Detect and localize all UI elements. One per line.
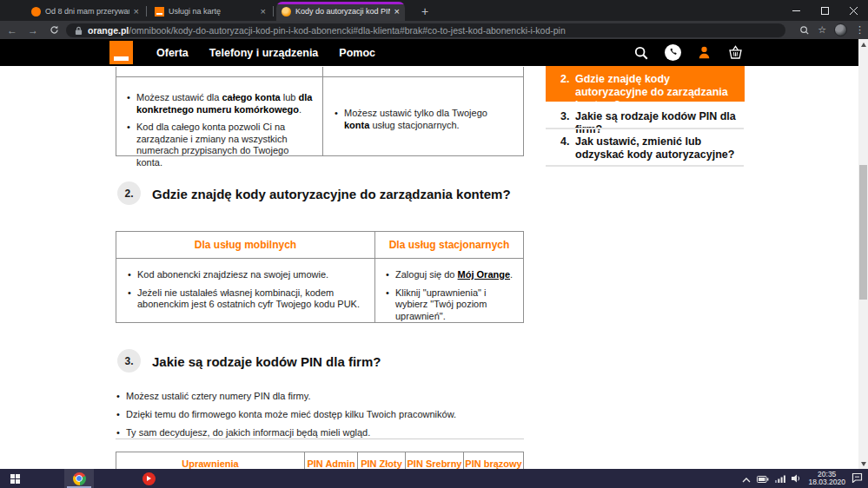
minimize-icon <box>792 7 800 15</box>
table3-header-pin-srebrny: PIN Srebrny <box>406 452 463 469</box>
orange-logo[interactable] <box>109 41 133 64</box>
chrome-icon <box>73 472 86 485</box>
table1-mobile-cell: Możesz ustawić dla całego konta lub dla … <box>126 92 315 175</box>
toc-divider <box>546 128 744 129</box>
table2-mobile-cell: Kod abonencki znajdziesz na swojej umowi… <box>127 269 363 317</box>
table-bullet: Zaloguj się do Mój Orange. <box>385 269 517 281</box>
taskbar: 20:35 18.03.2020 <box>0 469 868 488</box>
table3-header-pin-brazowy: PIN brązowy <box>464 452 523 469</box>
taskbar-chrome-button[interactable] <box>64 469 94 488</box>
tab-community-thread[interactable]: Od 8 dni mam przerywane łącze na 12 × <box>26 2 144 21</box>
lock-icon <box>75 26 83 36</box>
tray-chevron-up-icon[interactable] <box>742 471 751 486</box>
moj-orange-link[interactable]: Mój Orange <box>458 269 511 280</box>
search-icon[interactable] <box>632 43 651 63</box>
browser-tab-strip: Od 8 dni mam przerywane łącze na 12 × Us… <box>0 0 868 21</box>
table-bullet: Kliknij "uprawnienia" i wybierz "Twój po… <box>385 287 517 323</box>
reload-button[interactable] <box>45 25 63 35</box>
table-bullet: Jeżeli nie ustalałeś własnej kombinacji,… <box>127 287 363 311</box>
back-button[interactable]: ← <box>3 24 21 36</box>
nav-item-pomoc[interactable]: Pomoc <box>339 47 375 59</box>
arrow-up-icon <box>861 43 866 47</box>
minimize-button[interactable] <box>782 0 811 21</box>
nav-item-telefony[interactable]: Telefony i urządzenia <box>209 47 319 59</box>
speaker-icon[interactable] <box>792 471 802 486</box>
new-tab-button[interactable]: + <box>415 3 434 20</box>
omnibook-favicon <box>282 7 291 16</box>
toc-item-4[interactable]: 4. Jak ustawić, zmienić lub odzyskać kod… <box>546 135 745 162</box>
action-center-icon[interactable] <box>851 471 863 486</box>
pin-permissions-table: Uprawnienia PIN Admin PIN Złoty PIN Sreb… <box>116 452 524 469</box>
section-3-title: Jakie są rodzaje kodów PIN dla firm? <box>152 354 381 369</box>
contact-phone-icon[interactable] <box>663 43 682 63</box>
reload-icon <box>50 25 59 35</box>
clock-date: 18.03.2020 <box>808 478 845 487</box>
start-button[interactable] <box>0 469 20 488</box>
maximize-button[interactable] <box>811 0 839 21</box>
section-3-bullets: Możesz ustalić cztery numery PIN dla fir… <box>116 391 524 445</box>
section-divider <box>116 439 524 439</box>
close-tab-icon[interactable]: × <box>134 7 139 16</box>
media-app-icon <box>142 472 156 485</box>
table1-landline-cell: Możesz ustawić tylko dla Twojego konta u… <box>334 108 514 137</box>
bullet-item: Możesz ustalić cztery numery PIN dla fir… <box>116 391 524 403</box>
toolbar-right-icons: ☆ ⋮ <box>799 21 865 39</box>
basket-icon[interactable] <box>726 43 745 63</box>
windows-logo-icon <box>10 474 20 484</box>
screen: Od 8 dni mam przerywane łącze na 12 × Us… <box>0 0 868 488</box>
table2-header-landline: Dla usług stacjonarnych <box>375 232 523 258</box>
page-scrollbar[interactable] <box>858 39 868 469</box>
orange-community-favicon <box>31 7 41 16</box>
site-header-icons <box>632 39 745 66</box>
toc-item-3[interactable]: 3. Jakie są rodzaje kodów PIN dla firm? <box>546 110 745 136</box>
nav-item-oferta[interactable]: Oferta <box>156 47 189 59</box>
table3-header-uprawnienia: Uprawnienia <box>116 452 304 469</box>
section-number-badge: 2. <box>117 181 141 205</box>
table3-header-pin-zloty: PIN Złoty <box>358 452 405 469</box>
toc-item-2-active[interactable]: 2. Gdzie znajdę kody autoryzacyjne do za… <box>546 66 745 102</box>
taskbar-clock[interactable]: 20:35 18.03.2020 <box>808 471 845 487</box>
scrollbar-thumb[interactable] <box>859 165 867 300</box>
table-bullet: Możesz ustawić tylko dla Twojego konta u… <box>334 108 514 131</box>
table-bullet: Możesz ustawić dla całego konta lub dla … <box>126 92 315 115</box>
profile-avatar[interactable] <box>834 23 847 36</box>
close-tab-icon[interactable]: × <box>394 7 400 16</box>
table2-header-mobile: Dla usług mobilnych <box>116 232 374 258</box>
table2-landline-cell: Zaloguj się do Mój Orange. Kliknij "upra… <box>385 269 517 328</box>
bookmark-star-icon[interactable]: ☆ <box>818 24 826 36</box>
comparison-table-pin-codes: Możesz ustawić dla całego konta lub dla … <box>116 67 524 156</box>
table-bullet: Kod abonencki znajdziesz na swojej umowi… <box>127 269 363 281</box>
tab-separator <box>146 6 147 16</box>
system-tray: 20:35 18.03.2020 <box>742 469 868 488</box>
battery-icon[interactable] <box>757 471 769 486</box>
arrow-down-icon <box>861 462 866 466</box>
tab-title: Od 8 dni mam przerywane łącze na 12 <box>45 7 129 16</box>
network-icon[interactable] <box>775 471 785 486</box>
bullet-item: Dzięki temu do firmowego konta może mieć… <box>116 409 524 421</box>
scroll-down-button[interactable] <box>858 458 868 469</box>
tab-kody-autoryzacji-active[interactable]: Kody do autoryzacji kod PIN i kod abo × <box>276 2 405 21</box>
url-domain: orange.pl <box>88 25 129 36</box>
close-tab-icon[interactable]: × <box>261 7 266 16</box>
bullet-item: Ty sam decydujesz, do jakich informacji … <box>116 427 524 439</box>
section-2-title: Gdzie znajdę kody autoryzacyjne do zarzą… <box>152 187 511 201</box>
page-content: Możesz ustawić dla całego konta lub dla … <box>0 66 868 469</box>
zoom-icon[interactable] <box>799 25 810 36</box>
tab-uslugi-na-karte[interactable]: Usługi na kartę × <box>149 2 271 21</box>
section-number-badge: 3. <box>117 349 141 373</box>
window-controls <box>782 0 868 21</box>
tab-separator <box>273 6 274 16</box>
browser-toolbar: ← → orange.pl/omnibook/kody-do-autoryzac… <box>0 21 868 39</box>
address-bar[interactable]: orange.pl/omnibook/kody-do-autoryzacji-k… <box>66 23 785 37</box>
taskbar-media-app-button[interactable] <box>136 469 162 488</box>
account-person-icon[interactable] <box>694 43 713 63</box>
url-path: /omnibook/kody-do-autoryzacji-kod-pin-i-… <box>129 25 566 36</box>
tab-title: Usługi na kartę <box>169 7 256 16</box>
site-header: Oferta Telefony i urządzenia Pomoc <box>0 39 868 66</box>
forward-button[interactable]: → <box>24 24 42 36</box>
close-button[interactable] <box>839 0 868 21</box>
orange-favicon <box>155 7 164 16</box>
browser-menu-icon[interactable]: ⋮ <box>855 24 865 36</box>
maximize-icon <box>821 7 829 15</box>
scroll-up-button[interactable] <box>858 39 868 49</box>
